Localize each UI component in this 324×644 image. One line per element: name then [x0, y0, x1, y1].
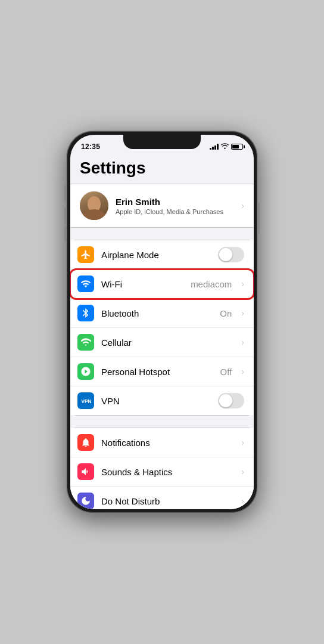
row-vpn[interactable]: VPN VPN: [70, 386, 254, 415]
notifications-label: Notifications: [101, 438, 234, 448]
settings-group-connectivity: Airplane Mode Wi-Fi mediacom ›: [70, 240, 254, 416]
status-time: 12:35: [81, 143, 100, 151]
airplane-mode-label: Airplane Mode: [101, 250, 211, 260]
vpn-label: VPN: [101, 396, 211, 406]
hotspot-icon: [77, 363, 94, 380]
row-wifi[interactable]: Wi-Fi mediacom ›: [70, 270, 254, 299]
bluetooth-label: Bluetooth: [101, 308, 213, 318]
phone-frame: 12:35 Settings: [67, 131, 257, 513]
status-icons: [210, 143, 243, 150]
apple-id-row[interactable]: Erin Smith Apple ID, iCloud, Media & Pur…: [70, 184, 254, 228]
wifi-status-icon: [221, 143, 229, 150]
bluetooth-value: On: [220, 308, 232, 318]
cellular-label: Cellular: [101, 338, 234, 348]
dnd-icon: [77, 493, 94, 509]
wifi-label: Wi-Fi: [101, 279, 183, 289]
dnd-chevron: ›: [241, 496, 244, 506]
wifi-value: mediacom: [191, 279, 232, 289]
sounds-icon: [77, 463, 94, 480]
bluetooth-icon: [77, 305, 94, 321]
notifications-icon: [77, 434, 94, 451]
sounds-label: Sounds & Haptics: [101, 467, 234, 477]
hotspot-value: Off: [220, 367, 232, 377]
signal-icon: [210, 144, 219, 150]
svg-text:VPN: VPN: [82, 399, 92, 404]
row-bluetooth[interactable]: Bluetooth On ›: [70, 299, 254, 328]
vpn-toggle[interactable]: [218, 393, 244, 408]
bluetooth-chevron: ›: [241, 308, 244, 318]
wifi-chevron: ›: [241, 279, 244, 289]
personal-hotspot-label: Personal Hotspot: [101, 367, 213, 377]
row-personal-hotspot[interactable]: Personal Hotspot Off ›: [70, 357, 254, 386]
cellular-chevron: ›: [241, 338, 244, 347]
phone-screen: 12:35 Settings: [70, 135, 254, 509]
airplane-mode-toggle[interactable]: [218, 247, 244, 262]
avatar: [80, 191, 108, 220]
cellular-icon: [77, 334, 94, 351]
dnd-label: Do Not Disturb: [101, 496, 234, 506]
row-notifications[interactable]: Notifications ›: [70, 428, 254, 457]
apple-id-subtitle: Apple ID, iCloud, Media & Purchases: [116, 208, 234, 215]
row-do-not-disturb[interactable]: Do Not Disturb ›: [70, 487, 254, 509]
settings-group-notifications: Notifications › Sounds & Haptics ›: [70, 428, 254, 509]
notifications-chevron: ›: [241, 438, 244, 447]
vpn-icon: VPN: [77, 392, 94, 409]
row-sounds-haptics[interactable]: Sounds & Haptics ›: [70, 457, 254, 487]
hotspot-chevron: ›: [241, 367, 244, 376]
row-cellular[interactable]: Cellular ›: [70, 328, 254, 357]
apple-id-info: Erin Smith Apple ID, iCloud, Media & Pur…: [116, 197, 234, 215]
apple-id-name: Erin Smith: [116, 197, 234, 207]
sounds-chevron: ›: [241, 467, 244, 476]
page-title: Settings: [70, 154, 254, 184]
airplane-mode-icon: [77, 246, 94, 263]
notch: [123, 135, 201, 149]
wifi-icon: [77, 275, 94, 292]
battery-icon: [231, 144, 243, 150]
screen-content[interactable]: Settings Erin Smith Apple ID, iCloud, Me…: [70, 154, 254, 509]
apple-id-chevron: ›: [241, 201, 244, 210]
row-airplane-mode[interactable]: Airplane Mode: [70, 240, 254, 270]
